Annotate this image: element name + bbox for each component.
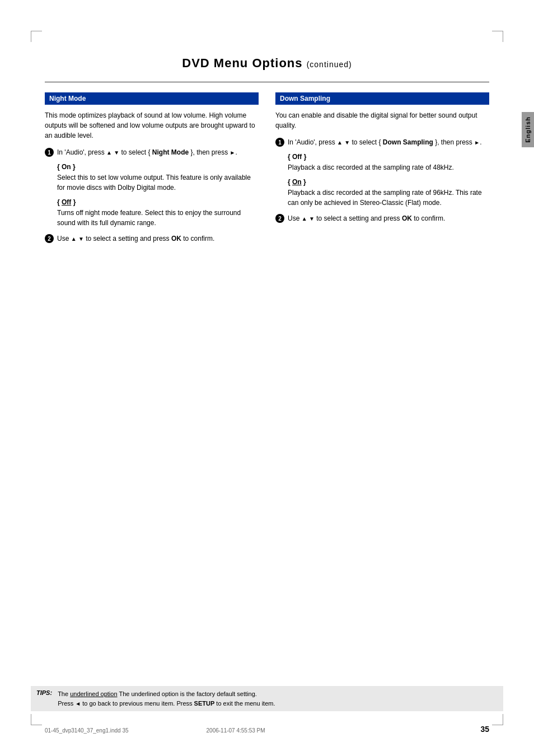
- ds-up-arrow2: [302, 214, 307, 222]
- night-mode-step1: 1 In 'Audio', press to select { Night Mo…: [45, 147, 259, 157]
- tips-line1-text: The underlined option is the factory def…: [119, 690, 256, 697]
- down-arrow: [114, 148, 119, 156]
- down-sampling-option-on: { On } Playback a disc recorded at the s…: [288, 178, 489, 208]
- step1-circle: 1: [45, 148, 54, 157]
- footer-file-text: 01-45_dvp3140_37_eng1.indd 35: [45, 727, 129, 734]
- ds-down-arrow2: [309, 214, 315, 222]
- option-off-label: { Off }: [57, 198, 259, 206]
- ds-step2-text: Use to select a setting and press OK to …: [288, 213, 445, 223]
- down-sampling-step1: 1 In 'Audio', press to select { Down Sam…: [275, 137, 489, 147]
- down-sampling-step2: 2 Use to select a setting and press OK t…: [275, 213, 489, 223]
- corner-mark-br: [492, 714, 503, 725]
- night-mode-header: Night Mode: [45, 92, 259, 105]
- tips-left-arrow: [75, 700, 81, 707]
- ds-down-arrow: [344, 138, 350, 146]
- option-on-desc: Select this to set low volume output. Th…: [57, 172, 259, 193]
- up-arrow2: [71, 235, 77, 242]
- tips-bar: TIPS: The underlined option The underlin…: [31, 686, 503, 711]
- option-on-label: { On }: [57, 163, 259, 171]
- ds-step2-circle: 2: [275, 214, 284, 223]
- page-number: 35: [480, 725, 489, 734]
- ds-option-off-label: { Off }: [288, 153, 489, 161]
- language-tab: English: [522, 112, 534, 147]
- page-title: DVD Menu Options (continued): [0, 56, 534, 71]
- tips-line2: Press to go back to previous menu item. …: [58, 699, 275, 708]
- night-mode-step2: 2 Use to select a setting and press OK t…: [45, 234, 259, 244]
- ds-option-on-label: { On }: [288, 178, 489, 186]
- tips-label: TIPS:: [36, 689, 52, 696]
- page-container: English DVD Menu Options (continued) Nig…: [0, 0, 534, 756]
- tips-underlined: underlined option: [70, 690, 117, 697]
- down-sampling-option-off: { Off } Playback a disc recorded at the …: [288, 153, 489, 172]
- down-arrow2: [78, 235, 84, 242]
- tips-content: The underlined option The underlined opt…: [58, 689, 275, 708]
- down-sampling-header: Down Sampling: [275, 92, 489, 105]
- option-off-desc: Turns off night mode feature. Select thi…: [57, 208, 259, 228]
- down-sampling-description: You can enable and disable the digital s…: [275, 110, 489, 130]
- content-area: Night Mode This mode optimizes playback …: [0, 92, 534, 249]
- ds-right-arrow: [474, 138, 480, 146]
- corner-mark-tl: [31, 31, 42, 42]
- ds-option-on-desc: Playback a disc recorded at the sampling…: [288, 188, 489, 208]
- off-underline: Off: [62, 198, 71, 206]
- right-arrow: [230, 148, 236, 156]
- ds-step1-circle: 1: [275, 138, 284, 147]
- ds-step1-text: In 'Audio', press to select { Down Sampl…: [288, 137, 481, 147]
- down-sampling-section: Down Sampling You can enable and disable…: [275, 92, 489, 249]
- step1-text: In 'Audio', press to select { Night Mode…: [57, 147, 237, 157]
- title-text: DVD Menu Options: [182, 56, 302, 70]
- step2-circle: 2: [45, 234, 54, 243]
- down-sampling-bold: Down Sampling: [383, 138, 433, 146]
- up-arrow: [106, 148, 112, 156]
- title-divider: [45, 82, 489, 82]
- night-mode-option-on: { On } Select this to set low volume out…: [57, 163, 259, 193]
- ds-option-off-desc: Playback a disc recorded at the sampling…: [288, 162, 489, 172]
- night-mode-bold: Night Mode: [152, 148, 189, 156]
- night-mode-description: This mode optimizes playback of sound at…: [45, 110, 259, 141]
- footer-date-text: 2006-11-07 4:55:53 PM: [207, 727, 265, 734]
- ds-on-underline: On: [292, 178, 302, 186]
- corner-mark-tr: [492, 31, 503, 42]
- ok-bold: OK: [171, 235, 181, 242]
- corner-mark-bl: [31, 714, 42, 725]
- footer-file: 01-45_dvp3140_37_eng1.indd 35 2006-11-07…: [45, 727, 265, 734]
- tips-setup-bold: SETUP: [194, 700, 215, 707]
- ds-ok-bold: OK: [402, 214, 412, 222]
- night-mode-section: Night Mode This mode optimizes playback …: [45, 92, 259, 249]
- step2-text: Use to select a setting and press OK to …: [57, 234, 214, 244]
- title-continued: (continued): [307, 60, 352, 69]
- ds-up-arrow: [337, 138, 343, 146]
- language-label: English: [524, 116, 531, 143]
- tips-line1: The underlined option The underlined opt…: [58, 689, 275, 699]
- night-mode-option-off: { Off } Turns off night mode feature. Se…: [57, 198, 259, 228]
